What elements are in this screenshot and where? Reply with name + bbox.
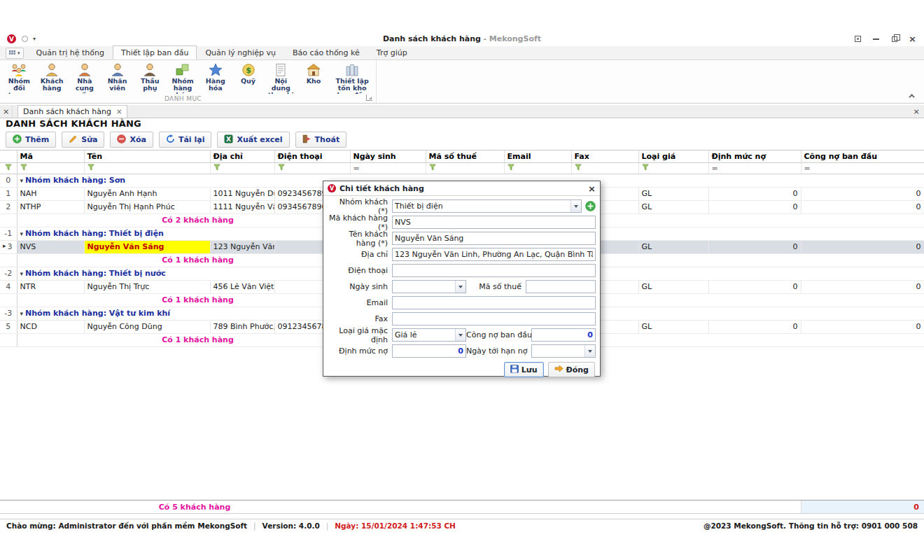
grid-cell[interactable]: Nguyễn Anh Hạnh: [84, 187, 210, 200]
close-document-icon[interactable]: ×: [0, 105, 13, 118]
tax-code-input[interactable]: [526, 280, 596, 293]
ribbon-tab-reports[interactable]: Báo cáo thống kê: [284, 46, 368, 59]
column-header[interactable]: Điện thoại: [274, 150, 350, 162]
grid-cell[interactable]: Nguyễn Thị Hạnh Phúc: [84, 200, 210, 214]
edit-button[interactable]: Sửa: [62, 132, 104, 148]
grid-cell[interactable]: GL: [638, 187, 708, 200]
column-header[interactable]: Mã: [17, 150, 84, 162]
group-expand-icon[interactable]: ▾: [20, 270, 24, 277]
delete-button[interactable]: Xóa: [110, 132, 153, 148]
grid-cell[interactable]: Nguyễn Công Dũng: [84, 320, 210, 333]
save-button[interactable]: Lưu: [504, 362, 544, 377]
fullscreen-icon[interactable]: [853, 34, 862, 43]
quick-access-dropdown-icon[interactable]: ▾: [33, 36, 36, 42]
add-button[interactable]: Thêm: [6, 132, 56, 148]
export-excel-button[interactable]: X Xuất excel: [217, 132, 289, 148]
chevron-down-icon[interactable]: [455, 329, 465, 341]
column-header[interactable]: Tên: [84, 150, 210, 162]
customer-group-select[interactable]: Thiết bị điện: [392, 200, 582, 213]
filter-cell[interactable]: [504, 162, 571, 174]
fax-input[interactable]: [392, 312, 596, 326]
tab-customer-list[interactable]: Danh sách khách hàng ×: [18, 105, 127, 118]
grid-cell[interactable]: NTHP: [17, 200, 84, 214]
grid-cell[interactable]: Nguyễn Thị Trực: [84, 280, 210, 293]
filter-cell[interactable]: [571, 162, 638, 174]
grid-cell[interactable]: 123 Nguyễn Văn ...: [210, 240, 274, 253]
dialog-titlebar[interactable]: V Chi tiết khách hàng ×: [323, 181, 600, 196]
ribbon-item-5[interactable]: Nhóm hàng hóa: [167, 62, 200, 94]
grid-cell[interactable]: Nguyễn Văn Sáng: [84, 240, 210, 253]
email-input[interactable]: [392, 296, 596, 309]
grid-cell[interactable]: 1011 Nguyễn Du...: [210, 187, 274, 200]
grid-cell[interactable]: 0: [801, 187, 924, 200]
filter-cell[interactable]: =: [708, 162, 801, 174]
grid-cell[interactable]: NCD: [17, 320, 84, 333]
grid-cell[interactable]: 0: [708, 280, 801, 293]
grid-cell[interactable]: 0: [801, 280, 924, 293]
default-price-select[interactable]: Giá lẻ: [392, 328, 466, 342]
grid-cell[interactable]: GL: [638, 200, 708, 214]
filter-cell[interactable]: [17, 162, 84, 174]
address-input[interactable]: [392, 248, 596, 261]
dialog-close-icon[interactable]: ×: [588, 183, 596, 194]
grid-cell[interactable]: 456 Lê Văn Việt, P...: [210, 280, 274, 293]
ribbon-item-9[interactable]: Kho: [298, 62, 330, 94]
close-dialog-button[interactable]: Đóng: [548, 362, 595, 377]
close-icon[interactable]: ×: [908, 34, 917, 43]
ribbon-item-6[interactable]: Hàng hóa: [199, 62, 232, 94]
ribbon-item-8[interactable]: Nội dung thu chi: [265, 62, 298, 94]
group-expand-icon[interactable]: ▾: [20, 230, 24, 237]
grid-cell[interactable]: 789 Bình Phước, ...: [210, 320, 274, 333]
ribbon-item-0[interactable]: Nhóm đối tượng: [3, 62, 36, 94]
phone-input[interactable]: [392, 264, 596, 277]
grid-cell[interactable]: 1111 Nguyễn Văn...: [210, 200, 274, 214]
filter-cell[interactable]: [426, 162, 504, 174]
grid-cell[interactable]: 0: [708, 240, 801, 253]
grid-cell[interactable]: GL: [638, 280, 708, 293]
customer-code-input[interactable]: [392, 216, 596, 229]
ribbon-item-1[interactable]: Khách hàng: [36, 62, 69, 94]
app-menu-button[interactable]: ▾: [6, 48, 24, 59]
grid-cell[interactable]: 0: [708, 187, 801, 200]
grid-cell[interactable]: 0: [801, 320, 924, 333]
reload-button[interactable]: Tải lại: [159, 132, 212, 148]
debt-limit-input[interactable]: [392, 344, 466, 358]
grid-cell[interactable]: 0: [801, 200, 924, 214]
column-header[interactable]: Email: [504, 150, 571, 162]
birthday-select[interactable]: [392, 280, 466, 293]
minimize-icon[interactable]: [872, 34, 881, 43]
filter-cell[interactable]: =: [801, 162, 924, 174]
opening-debt-input[interactable]: [531, 328, 596, 342]
chevron-down-icon[interactable]: [584, 345, 595, 357]
filter-cell[interactable]: [638, 162, 708, 174]
column-header[interactable]: Fax: [571, 150, 638, 162]
chevron-down-icon[interactable]: [570, 200, 581, 212]
quick-access-icon[interactable]: [22, 36, 28, 42]
customer-name-input[interactable]: [392, 232, 596, 245]
column-header[interactable]: Định mức nợ: [708, 150, 801, 162]
grid-cell[interactable]: NTR: [17, 280, 84, 293]
column-header[interactable]: Địa chỉ: [210, 150, 274, 162]
debt-due-date-select[interactable]: [531, 344, 596, 358]
grid-cell[interactable]: GL: [638, 320, 708, 333]
column-header[interactable]: Công nợ ban đầu: [801, 150, 924, 162]
tabstrip-close-icon[interactable]: ×: [909, 105, 924, 118]
column-header[interactable]: Mã số thuế: [426, 150, 504, 162]
grid-cell[interactable]: NAH: [17, 187, 84, 200]
add-group-button[interactable]: [584, 201, 596, 212]
column-header[interactable]: Loại giá: [638, 150, 708, 162]
group-expand-icon[interactable]: ▾: [20, 310, 24, 317]
ribbon-item-2[interactable]: Nhà cung cấp: [68, 62, 101, 94]
grid-cell[interactable]: 0: [708, 200, 801, 214]
ribbon-tab-initial-setup[interactable]: Thiết lập ban đầu: [113, 46, 197, 59]
group-dialog-launcher-icon[interactable]: [366, 94, 372, 101]
restore-icon[interactable]: [890, 34, 899, 43]
ribbon-item-4[interactable]: Thầu phụ: [134, 62, 167, 94]
grid-cell[interactable]: 0: [801, 240, 924, 253]
chevron-down-icon[interactable]: [455, 281, 465, 293]
ribbon-tab-operations[interactable]: Quản lý nghiệp vụ: [197, 46, 284, 59]
group-expand-icon[interactable]: ▾: [20, 177, 24, 184]
grid-cell[interactable]: 0: [708, 320, 801, 333]
ribbon-tab-system[interactable]: Quản trị hệ thống: [28, 46, 113, 59]
tab-close-icon[interactable]: ×: [116, 108, 122, 115]
